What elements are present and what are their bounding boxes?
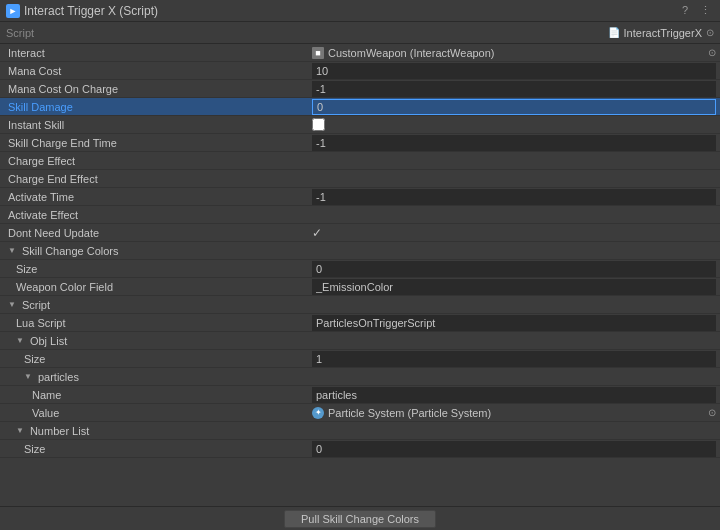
property-value-dont-need-update: ✓: [308, 226, 720, 240]
property-row-skill-change-colors-size[interactable]: Size: [0, 260, 720, 278]
property-row-skill-damage[interactable]: Skill Damage: [0, 98, 720, 116]
window-title: Interact Trigger X (Script): [24, 4, 679, 18]
label-text-charge-effect: Charge Effect: [8, 155, 75, 167]
label-text-interact: Interact: [8, 47, 45, 59]
label-text-particles-name: Name: [32, 389, 61, 401]
property-row-mana-cost[interactable]: Mana Cost: [0, 62, 720, 80]
checkbox-dont-need-update[interactable]: ✓: [312, 226, 322, 240]
property-label-skill-charge-end-time: Skill Charge End Time: [0, 137, 308, 149]
property-row-instant-skill[interactable]: Instant Skill: [0, 116, 720, 134]
toggle-instant-skill[interactable]: [312, 118, 325, 131]
property-label-weapon-color-field: Weapon Color Field: [0, 281, 308, 293]
property-label-instant-skill: Instant Skill: [0, 119, 308, 131]
property-value-activate-time[interactable]: [308, 189, 720, 205]
property-label-particles: particles: [0, 371, 308, 383]
property-value-particles-name[interactable]: [308, 387, 720, 403]
property-value-lua-script[interactable]: [308, 315, 720, 331]
property-row-particles-value[interactable]: Value✦Particle System (Particle System)⊙: [0, 404, 720, 422]
property-row-script[interactable]: Script: [0, 296, 720, 314]
property-label-lua-script: Lua Script: [0, 317, 308, 329]
label-text-particles: particles: [38, 371, 79, 383]
property-value-weapon-color-field[interactable]: [308, 279, 720, 295]
property-row-charge-effect[interactable]: Charge Effect: [0, 152, 720, 170]
input-skill-charge-end-time[interactable]: [312, 135, 716, 151]
label-text-number-list-size: Size: [24, 443, 45, 455]
label-text-instant-skill: Instant Skill: [8, 119, 64, 131]
property-row-activate-time[interactable]: Activate Time: [0, 188, 720, 206]
property-row-skill-change-colors[interactable]: Skill Change Colors: [0, 242, 720, 260]
pull-skill-change-colors-button[interactable]: Pull Skill Change Colors: [284, 510, 436, 528]
property-label-dont-need-update: Dont Need Update: [0, 227, 308, 239]
value-text-particles-value: Particle System (Particle System): [328, 407, 491, 419]
label-text-charge-end-effect: Charge End Effect: [8, 173, 98, 185]
property-value-skill-damage[interactable]: [308, 99, 720, 115]
property-row-obj-list-size[interactable]: Size: [0, 350, 720, 368]
arrow-icon-particles[interactable]: [24, 372, 32, 381]
input-particles-name[interactable]: [312, 387, 716, 403]
property-row-interact[interactable]: Interact■CustomWeapon (InteractWeapon)⊙: [0, 44, 720, 62]
property-row-number-list-size[interactable]: Size: [0, 440, 720, 458]
property-row-number-list[interactable]: Number List: [0, 422, 720, 440]
property-value-mana-cost[interactable]: [308, 63, 720, 79]
property-row-dont-need-update[interactable]: Dont Need Update✓: [0, 224, 720, 242]
property-row-particles[interactable]: particles: [0, 368, 720, 386]
script-file-icon: 📄: [608, 27, 620, 38]
property-label-activate-effect: Activate Effect: [0, 209, 308, 221]
input-weapon-color-field[interactable]: [312, 279, 716, 295]
property-label-skill-change-colors: Skill Change Colors: [0, 245, 308, 257]
input-skill-damage[interactable]: [312, 99, 716, 115]
pick-button-interact[interactable]: ⊙: [708, 47, 716, 58]
property-row-obj-list[interactable]: Obj List: [0, 332, 720, 350]
input-mana-cost-on-charge[interactable]: [312, 81, 716, 97]
label-text-activate-effect: Activate Effect: [8, 209, 78, 221]
label-text-obj-list: Obj List: [30, 335, 67, 347]
property-value-obj-list-size[interactable]: [308, 351, 720, 367]
help-button[interactable]: ?: [679, 4, 691, 17]
object-icon-interact: ■: [312, 47, 324, 59]
property-row-lua-script[interactable]: Lua Script: [0, 314, 720, 332]
property-row-particles-name[interactable]: Name: [0, 386, 720, 404]
input-lua-script[interactable]: [312, 315, 716, 331]
input-skill-change-colors-size[interactable]: [312, 261, 716, 277]
title-bar: ► Interact Trigger X (Script) ? ⋮: [0, 0, 720, 22]
input-obj-list-size[interactable]: [312, 351, 716, 367]
label-text-script: Script: [22, 299, 50, 311]
arrow-icon-script[interactable]: [8, 300, 16, 309]
menu-button[interactable]: ⋮: [697, 4, 714, 17]
property-row-activate-effect[interactable]: Activate Effect: [0, 206, 720, 224]
property-row-weapon-color-field[interactable]: Weapon Color Field: [0, 278, 720, 296]
property-row-charge-end-effect[interactable]: Charge End Effect: [0, 170, 720, 188]
property-label-obj-list: Obj List: [0, 335, 308, 347]
label-text-skill-change-colors-size: Size: [16, 263, 37, 275]
property-value-skill-charge-end-time[interactable]: [308, 135, 720, 151]
input-activate-time[interactable]: [312, 189, 716, 205]
label-text-number-list: Number List: [30, 425, 89, 437]
property-value-mana-cost-on-charge[interactable]: [308, 81, 720, 97]
arrow-icon-number-list[interactable]: [16, 426, 24, 435]
script-value-group: 📄 InteractTriggerX ⊙: [608, 27, 714, 39]
property-label-mana-cost: Mana Cost: [0, 65, 308, 77]
arrow-icon-obj-list[interactable]: [16, 336, 24, 345]
input-number-list-size[interactable]: [312, 441, 716, 457]
label-text-dont-need-update: Dont Need Update: [8, 227, 99, 239]
property-row-mana-cost-on-charge[interactable]: Mana Cost On Charge: [0, 80, 720, 98]
title-bar-actions: ? ⋮: [679, 4, 714, 17]
property-label-skill-change-colors-size: Size: [0, 263, 308, 275]
label-text-particles-value: Value: [32, 407, 59, 419]
property-value-skill-change-colors-size[interactable]: [308, 261, 720, 277]
properties-list: Interact■CustomWeapon (InteractWeapon)⊙M…: [0, 44, 720, 506]
arrow-icon-skill-change-colors[interactable]: [8, 246, 16, 255]
pick-button-particles-value[interactable]: ⊙: [708, 407, 716, 418]
property-row-skill-charge-end-time[interactable]: Skill Charge End Time: [0, 134, 720, 152]
input-mana-cost[interactable]: [312, 63, 716, 79]
label-text-activate-time: Activate Time: [8, 191, 74, 203]
bottom-bar: Pull Skill Change Colors: [0, 506, 720, 530]
lock-icon[interactable]: ⊙: [706, 27, 714, 38]
script-filename: InteractTriggerX: [624, 27, 702, 39]
label-text-skill-change-colors: Skill Change Colors: [22, 245, 119, 257]
property-label-script: Script: [0, 299, 308, 311]
property-label-obj-list-size: Size: [0, 353, 308, 365]
label-text-obj-list-size: Size: [24, 353, 45, 365]
label-text-lua-script: Lua Script: [16, 317, 66, 329]
property-value-number-list-size[interactable]: [308, 441, 720, 457]
